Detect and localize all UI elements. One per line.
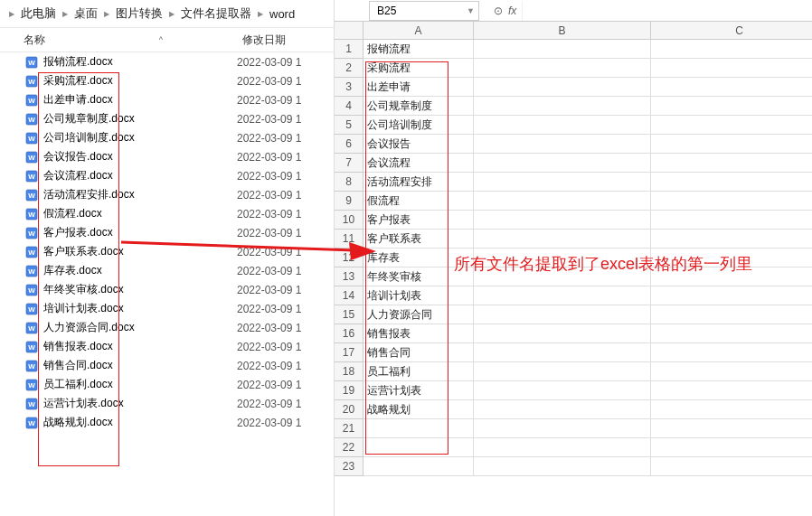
row-header[interactable]: 15 (335, 305, 364, 324)
cell[interactable] (474, 230, 651, 249)
name-box[interactable]: B25 ▼ (369, 1, 479, 21)
file-row[interactable]: W 活动流程安排.docx 2022-03-09 1 (0, 185, 334, 204)
file-row[interactable]: W 运营计划表.docx 2022-03-09 1 (0, 394, 334, 413)
row-header[interactable]: 12 (335, 249, 364, 267)
file-row[interactable]: W 会议报告.docx 2022-03-09 1 (0, 147, 334, 166)
file-row[interactable]: W 人力资源合同.docx 2022-03-09 1 (0, 318, 334, 337)
cell[interactable]: 会议报告 (364, 135, 474, 154)
cell[interactable] (474, 135, 651, 154)
file-row[interactable]: W 采购流程.docx 2022-03-09 1 (0, 71, 334, 90)
cell[interactable] (651, 305, 812, 324)
row-header[interactable]: 19 (335, 381, 364, 400)
column-header[interactable]: C (651, 22, 812, 40)
cell[interactable]: 客户报表 (364, 211, 474, 230)
corner-cell[interactable] (335, 22, 364, 40)
cell[interactable] (651, 40, 812, 59)
header-date[interactable]: 修改日期 (235, 33, 334, 48)
column-header[interactable]: B (474, 22, 651, 40)
file-row[interactable]: W 公司培训制度.docx 2022-03-09 1 (0, 128, 334, 147)
row-header[interactable]: 20 (335, 400, 364, 419)
cell[interactable] (651, 381, 812, 400)
cell[interactable]: 人力资源合同 (364, 305, 474, 324)
file-row[interactable]: W 年终奖审核.docx 2022-03-09 1 (0, 280, 334, 299)
row-header[interactable]: 4 (335, 97, 364, 116)
breadcrumb-desktop[interactable]: 桌面 (71, 4, 100, 23)
row-header[interactable]: 6 (335, 135, 364, 154)
row-header[interactable]: 16 (335, 324, 364, 343)
cell[interactable]: 培训计划表 (364, 286, 474, 305)
cell[interactable] (474, 173, 651, 192)
row-header[interactable]: 18 (335, 362, 364, 381)
column-header[interactable]: A (364, 22, 474, 40)
row-header[interactable]: 3 (335, 78, 364, 97)
cell[interactable] (651, 419, 812, 438)
cell[interactable] (651, 438, 812, 457)
cell[interactable] (651, 59, 812, 78)
cell[interactable] (474, 249, 651, 267)
breadcrumb-folder[interactable]: 文件名提取器 (178, 4, 254, 23)
row-header[interactable]: 14 (335, 286, 364, 305)
cell[interactable] (474, 40, 651, 59)
row-header[interactable]: 22 (335, 438, 364, 457)
cell[interactable] (651, 400, 812, 419)
cell[interactable] (474, 97, 651, 116)
cell[interactable] (651, 78, 812, 97)
spreadsheet-grid[interactable]: ABC1报销流程2采购流程3出差申请4公司规章制度5公司培训制度6会议报告7会议… (335, 22, 812, 476)
cell[interactable]: 报销流程 (364, 40, 474, 59)
cell[interactable]: 客户联系表 (364, 230, 474, 249)
row-header[interactable]: 2 (335, 59, 364, 78)
file-row[interactable]: W 出差申请.docx 2022-03-09 1 (0, 90, 334, 109)
cell[interactable] (651, 230, 812, 249)
cell[interactable] (651, 286, 812, 305)
file-row[interactable]: W 客户报表.docx 2022-03-09 1 (0, 223, 334, 242)
header-name[interactable]: 名称 ^ (0, 33, 235, 48)
cell[interactable] (474, 400, 651, 419)
row-header[interactable]: 1 (335, 40, 364, 59)
cell[interactable] (474, 305, 651, 324)
breadcrumb-folder[interactable]: word (267, 5, 297, 23)
cell[interactable]: 战略规划 (364, 400, 474, 419)
dropdown-icon[interactable]: ▼ (467, 6, 475, 15)
cell[interactable]: 假流程 (364, 192, 474, 211)
cell[interactable]: 公司规章制度 (364, 97, 474, 116)
cell[interactable] (474, 78, 651, 97)
cell[interactable] (364, 457, 474, 476)
cell[interactable] (474, 419, 651, 438)
file-row[interactable]: W 假流程.docx 2022-03-09 1 (0, 204, 334, 223)
cell[interactable] (474, 286, 651, 305)
cell[interactable] (474, 192, 651, 211)
cell[interactable] (651, 362, 812, 381)
cell[interactable] (474, 116, 651, 135)
row-header[interactable]: 5 (335, 116, 364, 135)
cell[interactable] (651, 173, 812, 192)
cell[interactable] (651, 192, 812, 211)
file-row[interactable]: W 销售报表.docx 2022-03-09 1 (0, 337, 334, 356)
cell[interactable] (474, 438, 651, 457)
row-header[interactable]: 11 (335, 230, 364, 249)
cell[interactable] (474, 457, 651, 476)
cell[interactable]: 库存表 (364, 249, 474, 267)
cell[interactable] (651, 249, 812, 267)
cell[interactable] (651, 135, 812, 154)
cell[interactable] (651, 457, 812, 476)
file-row[interactable]: W 报销流程.docx 2022-03-09 1 (0, 52, 334, 71)
fx-icon[interactable]: fx (508, 5, 516, 17)
cell[interactable]: 会议流程 (364, 154, 474, 173)
cell[interactable]: 公司培训制度 (364, 116, 474, 135)
cell[interactable]: 活动流程安排 (364, 173, 474, 192)
file-row[interactable]: W 会议流程.docx 2022-03-09 1 (0, 166, 334, 185)
file-row[interactable]: W 培训计划表.docx 2022-03-09 1 (0, 299, 334, 318)
row-header[interactable]: 10 (335, 211, 364, 230)
cell[interactable]: 销售报表 (364, 324, 474, 343)
file-row[interactable]: W 公司规章制度.docx 2022-03-09 1 (0, 109, 334, 128)
search-icon[interactable]: ⊙ (494, 5, 503, 17)
cell[interactable] (651, 267, 812, 286)
file-row[interactable]: W 销售合同.docx 2022-03-09 1 (0, 356, 334, 375)
cell[interactable]: 出差申请 (364, 78, 474, 97)
formula-input[interactable] (522, 1, 812, 21)
row-header[interactable]: 13 (335, 267, 364, 286)
file-row[interactable]: W 战略规划.docx 2022-03-09 1 (0, 413, 334, 432)
cell[interactable]: 运营计划表 (364, 381, 474, 400)
file-row[interactable]: W 员工福利.docx 2022-03-09 1 (0, 375, 334, 394)
cell[interactable]: 年终奖审核 (364, 267, 474, 286)
